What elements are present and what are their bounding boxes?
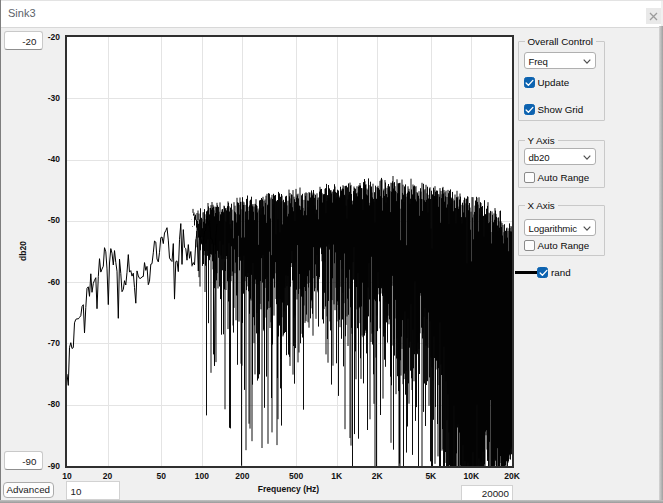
chevron-down-icon <box>583 155 591 160</box>
update-checkbox[interactable]: Update <box>524 77 570 88</box>
qt-sink-window: Sink3 -20 -90 Advanced db20 -20-30-40-50… <box>0 0 663 503</box>
x-axis-title: Frequency (Hz) <box>239 484 339 494</box>
checkbox-box <box>524 240 535 251</box>
close-icon <box>649 12 658 21</box>
overall-control-combo[interactable]: Freq <box>524 52 596 70</box>
x-tick-label: 500 <box>276 472 316 481</box>
group-x-axis: X Axis Logarithmic Auto Range <box>518 205 605 256</box>
checkbox-label: Auto Range <box>538 240 590 251</box>
checkbox-label: Update <box>538 77 570 88</box>
y-tick-label: -70 <box>30 339 60 348</box>
window-border-right[interactable] <box>659 26 663 503</box>
spectrum-trace-dense <box>191 176 512 466</box>
legend-line-sample <box>515 271 537 274</box>
combo-value: Logarithmic <box>529 223 578 234</box>
checkbox-box <box>524 77 535 88</box>
advanced-button[interactable]: Advanced <box>3 482 54 498</box>
x-tick-label: 50 <box>141 472 181 481</box>
x-tick-label: 2K <box>357 472 397 481</box>
group-title: Overall Control <box>525 36 596 47</box>
chevron-down-icon <box>583 226 591 231</box>
group-y-axis: Y Axis db20 Auto Range <box>518 140 605 188</box>
x-min-input[interactable]: 10 <box>66 481 120 500</box>
y-tick-label: -80 <box>30 400 60 409</box>
legend-rand-checkbox[interactable]: rand <box>537 267 571 278</box>
window-border-left <box>0 0 1 503</box>
x-tick-label: 200 <box>222 472 262 481</box>
y-tick-label: -30 <box>30 94 60 103</box>
x-tick-label: 100 <box>182 472 222 481</box>
x-tick-label: 20K <box>492 472 532 481</box>
combo-value: db20 <box>529 152 550 163</box>
x-max-input[interactable]: 20000 <box>461 485 513 501</box>
show-grid-checkbox[interactable]: Show Grid <box>524 104 584 115</box>
combo-value: Freq <box>529 56 548 67</box>
spectrum-trace-lowfreq <box>67 216 217 385</box>
x-tick-label: 10 <box>47 472 87 481</box>
x-auto-range-checkbox[interactable]: Auto Range <box>524 240 590 251</box>
title-bar[interactable]: Sink3 <box>1 1 661 28</box>
y-tick-label: -60 <box>30 278 60 287</box>
x-tick-label: 20 <box>88 472 128 481</box>
spectrum-plot <box>67 37 512 466</box>
checkbox-label: rand <box>551 267 571 278</box>
checkbox-box <box>537 267 548 278</box>
x-tick-label: 1K <box>317 472 357 481</box>
chevron-down-icon <box>583 59 591 64</box>
group-title: Y Axis <box>525 135 558 146</box>
y-tick-label: -90 <box>30 462 60 471</box>
window-title: Sink3 <box>8 7 36 19</box>
y-tick-label: -40 <box>30 155 60 164</box>
x-axis-combo[interactable]: Logarithmic <box>524 219 596 237</box>
checkbox-box <box>524 104 535 115</box>
x-tick-label: 10K <box>451 472 491 481</box>
y-tick-label: -50 <box>30 216 60 225</box>
y-auto-range-checkbox[interactable]: Auto Range <box>524 172 590 183</box>
y-axis-title: db20 <box>18 227 28 275</box>
group-title: X Axis <box>525 200 558 211</box>
checkbox-label: Auto Range <box>538 172 590 183</box>
close-button[interactable] <box>646 8 662 24</box>
group-overall-control: Overall Control Freq Update Show Grid <box>518 41 605 121</box>
x-tick-label: 5K <box>411 472 451 481</box>
checkbox-label: Show Grid <box>538 104 584 115</box>
legend-rand: rand <box>515 267 655 281</box>
plot-area[interactable] <box>65 35 514 468</box>
y-tick-label: -20 <box>30 33 60 42</box>
y-axis-combo[interactable]: db20 <box>524 148 596 166</box>
checkbox-box <box>524 172 535 183</box>
